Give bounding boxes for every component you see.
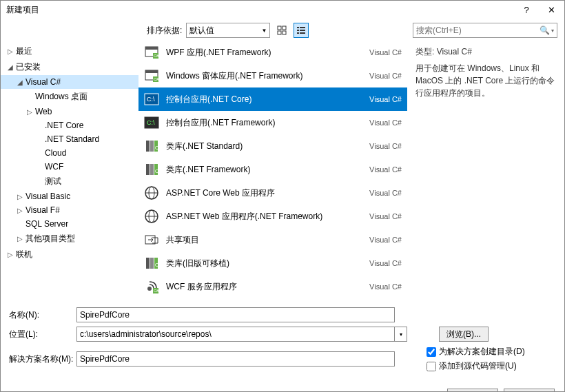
svg-rect-0: [278, 26, 281, 30]
search-icon: 🔍: [540, 25, 550, 35]
tree-item-label: 最近: [16, 45, 32, 57]
view-list-button[interactable]: [294, 23, 309, 38]
tree-item-label: Visual F#: [25, 205, 60, 215]
tree-item[interactable]: ▷其他项目类型: [1, 231, 138, 247]
solution-input[interactable]: [76, 351, 395, 367]
tree-item-label: Visual C#: [25, 77, 61, 87]
help-button[interactable]: ?: [519, 3, 534, 18]
tree-item[interactable]: .NET Core: [1, 118, 138, 132]
template-icon: C#: [144, 279, 159, 294]
cancel-button[interactable]: 取消: [504, 389, 555, 392]
template-name: 类库(旧版可移植): [166, 258, 362, 269]
tree-item[interactable]: .NET Standard: [1, 132, 138, 146]
template-row[interactable]: C#类库(旧版可移植)Visual C#: [138, 251, 407, 275]
tree-item[interactable]: ▷最近: [1, 43, 138, 59]
template-row[interactable]: 共享项目Visual C#: [138, 228, 407, 251]
browse-button[interactable]: 浏览(B)...: [439, 327, 489, 342]
tree-item[interactable]: ◢已安装: [1, 59, 138, 75]
search-input[interactable]: [416, 25, 540, 35]
template-name: 类库(.NET Framework): [166, 164, 362, 176]
tree-item[interactable]: ◢Visual C#: [1, 75, 138, 89]
toolbar: 排序依据: 默认值 ▼ 🔍 ▾: [1, 20, 564, 41]
template-row[interactable]: C:\控制台应用(.NET Framework)Visual C#: [138, 111, 407, 134]
sort-dropdown[interactable]: 默认值 ▼: [186, 23, 270, 38]
footer: 确定 取消: [1, 382, 564, 392]
template-icon: C#: [144, 162, 159, 177]
template-lang: Visual C#: [369, 95, 402, 103]
tree-arrow-icon: ▷: [17, 207, 25, 214]
template-lang: Visual C#: [369, 118, 402, 127]
tree-item-label: Windows 桌面: [35, 91, 88, 103]
tree-item[interactable]: ▷Visual F#: [1, 203, 138, 217]
svg-rect-11: [145, 47, 158, 50]
tree-item[interactable]: 测试: [1, 174, 138, 189]
template-lang: Visual C#: [369, 282, 402, 291]
template-lang: Visual C#: [369, 142, 402, 150]
svg-rect-37: [146, 258, 150, 269]
svg-text:C:\: C:\: [147, 119, 155, 126]
svg-point-41: [147, 287, 152, 291]
sidebar: ▷最近◢已安装◢Visual C#Windows 桌面▷Web.NET Core…: [1, 41, 138, 301]
tree-item[interactable]: ▷Visual Basic: [1, 189, 138, 203]
template-lang: Visual C#: [369, 212, 402, 220]
svg-rect-26: [146, 164, 150, 175]
template-row[interactable]: ASP.NET Web 应用程序(.NET Framework)Visual C…: [138, 205, 407, 228]
sort-value: 默认值: [189, 25, 214, 37]
tree-arrow-icon: ◢: [17, 79, 25, 86]
template-lang: Visual C#: [369, 48, 402, 56]
close-button[interactable]: ✕: [544, 3, 559, 18]
template-row[interactable]: ASP.NET Core Web 应用程序Visual C#: [138, 181, 407, 205]
template-row[interactable]: C#类库(.NET Framework)Visual C#: [138, 158, 407, 181]
tree-item[interactable]: Cloud: [1, 146, 138, 160]
tree-item[interactable]: SQL Server: [1, 217, 138, 231]
template-row[interactable]: C:\控制台应用(.NET Core)Visual C#: [138, 87, 407, 111]
template-icon: C#: [144, 68, 159, 83]
tree-item[interactable]: Windows 桌面: [1, 89, 138, 105]
template-name: WCF 服务应用程序: [166, 281, 362, 293]
template-row[interactable]: Azure FunctionsVisual C#: [138, 298, 407, 301]
location-label: 位置(L):: [9, 329, 76, 340]
sort-label: 排序依据:: [147, 25, 182, 37]
svg-text:C#: C#: [155, 169, 159, 174]
search-dropdown-icon[interactable]: ▾: [551, 28, 554, 34]
template-name: Windows 窗体应用(.NET Framework): [166, 70, 362, 82]
location-dropdown-button[interactable]: ▾: [395, 327, 407, 342]
template-name: 类库(.NET Standard): [166, 141, 362, 152]
tree-item[interactable]: ▷联机: [1, 247, 138, 262]
tree-item[interactable]: ▷Web: [1, 105, 138, 118]
search-box[interactable]: 🔍 ▾: [413, 23, 557, 38]
template-row[interactable]: C#WPF 应用(.NET Framework)Visual C#: [138, 41, 407, 64]
create-dir-checkbox-row[interactable]: 为解决方案创建目录(D): [427, 346, 525, 358]
location-input[interactable]: [76, 327, 395, 342]
tree-arrow-icon: ◢: [8, 63, 16, 71]
source-control-checkbox-row[interactable]: 添加到源代码管理(U): [427, 360, 525, 372]
template-icon: C:\: [144, 92, 159, 107]
template-icon: [144, 232, 159, 247]
template-name: 控制台应用(.NET Core): [166, 94, 362, 105]
template-row[interactable]: C#类库(.NET Standard)Visual C#: [138, 134, 407, 158]
template-row[interactable]: C#Windows 窗体应用(.NET Framework)Visual C#: [138, 64, 407, 87]
titlebar: 新建项目 ? ✕: [1, 1, 564, 20]
tree-arrow-icon: ▷: [8, 48, 16, 55]
tree-item-label: 其他项目类型: [25, 233, 75, 245]
create-dir-checkbox[interactable]: [427, 347, 436, 357]
tree-item[interactable]: WCF: [1, 160, 138, 174]
main-area: ▷最近◢已安装◢Visual C#Windows 桌面▷Web.NET Core…: [1, 41, 564, 301]
tree-item-label: Web: [35, 107, 52, 116]
template-list[interactable]: C#WPF 应用(.NET Framework)Visual C#C#Windo…: [138, 41, 407, 301]
tree-item-label: WCF: [45, 162, 63, 172]
view-medium-icons-button[interactable]: [274, 23, 289, 38]
template-name: ASP.NET Web 应用程序(.NET Framework): [166, 211, 362, 223]
solution-label: 解决方案名称(M):: [9, 353, 76, 365]
svg-rect-9: [300, 32, 305, 34]
template-name: WPF 应用(.NET Framework): [166, 47, 362, 59]
template-icon: [144, 185, 159, 200]
svg-rect-2: [278, 31, 281, 34]
name-input[interactable]: [76, 307, 395, 322]
template-lang: Visual C#: [369, 189, 402, 197]
template-row[interactable]: C#WCF 服务应用程序Visual C#: [138, 275, 407, 298]
template-lang: Visual C#: [369, 72, 402, 80]
detail-type: 类型: Visual C#: [415, 46, 556, 58]
source-control-checkbox[interactable]: [427, 362, 436, 371]
ok-button[interactable]: 确定: [447, 389, 498, 392]
